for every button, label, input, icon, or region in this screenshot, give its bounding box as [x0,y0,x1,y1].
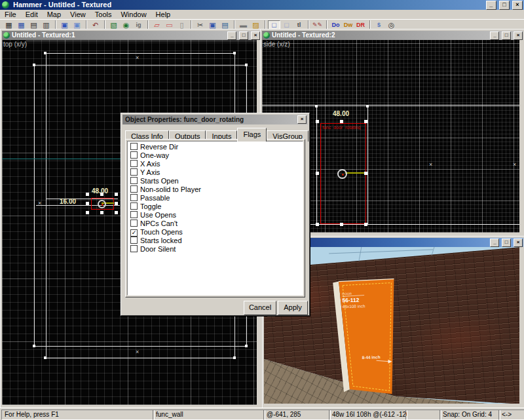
vp2-close-button[interactable]: × [514,31,523,40]
flag-row[interactable]: Non-solid to Player [129,185,303,194]
menu-help[interactable]: Help [151,10,176,19]
selection-handle[interactable] [86,193,89,196]
selection-handle[interactable] [115,202,118,205]
flag-row[interactable]: One-way [129,151,303,160]
selection-handle[interactable] [86,202,89,205]
vertex-handle[interactable] [44,356,47,359]
vertex-handle[interactable] [245,345,248,347]
menu-tools[interactable]: Tools [90,10,117,19]
viewport-top-titlebar[interactable]: Untitled - Textured:1 _ □ × [2,31,261,40]
toolbar-separator [55,20,56,29]
close-button[interactable]: × [512,1,523,10]
vp1-close-button[interactable]: × [251,31,260,40]
flag-row[interactable]: Use Opens [129,211,303,220]
vp3-close-button[interactable]: × [514,239,523,247]
entity-name-label: func_door_rotating [322,125,363,130]
flag-row[interactable]: NPCs Can't [129,220,303,228]
status-cursor-coords: @-641, 285 [263,410,331,420]
brush-line [26,41,257,41]
menu-window[interactable]: Window [116,10,151,19]
dialog-titlebar[interactable]: Object Properties: func_door_rotating × [122,115,308,124]
checkbox-unchecked-icon[interactable] [130,237,138,244]
vertex-handle[interactable] [33,64,35,66]
restore-button[interactable]: □ [499,1,510,10]
main-titlebar[interactable]: Hammer - Untitled - Textured _ □ × [0,0,524,10]
apply-button[interactable]: Apply [278,301,308,315]
vp1-minimize-button[interactable]: _ [227,31,236,40]
checkbox-unchecked-icon[interactable] [130,168,138,176]
flag-row[interactable]: Starts Open [129,177,303,185]
selection-handle[interactable] [115,193,118,196]
brush-line [367,105,368,224]
minimize-button[interactable]: _ [486,1,496,10]
selection-handle[interactable] [316,120,319,123]
vp1-maximize-button[interactable]: □ [239,31,248,40]
dialog-title: Object Properties: func_door_rotating [125,116,244,123]
brush-center-marker: × [136,349,139,355]
viewport-side-titlebar[interactable]: Untitled - Textured:2 _ □ × [262,31,523,40]
vp3-minimize-button[interactable]: _ [490,239,499,247]
cancel-button[interactable]: Cancel [244,301,276,315]
checkbox-unchecked-icon[interactable] [130,220,138,227]
flag-row[interactable]: Y Axis [129,168,303,177]
menu-file[interactable]: File [0,10,21,19]
checkbox-unchecked-icon[interactable] [130,143,138,150]
status-entity: func_wall [153,410,265,420]
vertex-handle[interactable] [233,52,236,54]
tab-flags[interactable]: Flags [237,128,267,142]
selection-handle[interactable] [316,172,319,175]
checkbox-unchecked-icon[interactable] [130,245,138,252]
checkbox-unchecked-icon[interactable] [130,194,138,201]
selection-handle[interactable] [364,172,367,175]
brush-line [45,358,234,358]
selection-handle[interactable] [100,193,103,196]
checkbox-unchecked-icon[interactable] [130,151,138,159]
selection-handle[interactable] [340,120,343,123]
flag-row[interactable]: Reverse Dir [129,143,303,151]
flags-listbox[interactable]: Reverse DirOne-wayX AxisY AxisStarts Ope… [127,141,303,296]
checkbox-unchecked-icon[interactable] [130,177,138,184]
flag-row[interactable]: Passable [129,194,303,202]
toolbar-separator [104,20,105,29]
flag-label: Toggle [140,202,161,210]
brush-line [34,346,246,347]
flag-label: Starts Open [140,177,179,185]
selection-handle[interactable] [364,223,367,226]
checkbox-unchecked-icon[interactable] [130,185,138,193]
menu-map[interactable]: Map [43,10,66,19]
vp2-minimize-button[interactable]: _ [490,31,499,40]
flag-row[interactable]: ✓Touch Opens [129,228,303,237]
vertex-handle[interactable] [245,64,248,66]
selection-handle[interactable] [100,211,103,214]
rotation-origin-handle[interactable] [337,169,347,179]
menu-edit[interactable]: Edit [21,10,43,19]
flag-row[interactable]: Toggle [129,202,303,211]
checkbox-unchecked-icon[interactable] [130,160,138,167]
vertex-handle[interactable] [33,345,35,347]
toolbar-separator [191,20,191,29]
checkbox-unchecked-icon[interactable] [130,211,138,218]
dialog-close-button[interactable]: × [297,115,307,124]
vertex-handle[interactable] [315,105,318,107]
status-bar: For Help, press F1 func_wall @-641, 285 … [0,408,524,420]
vp3-maximize-button[interactable]: □ [502,239,511,247]
toolbar-separator [369,20,370,29]
selection-handle[interactable] [86,211,89,214]
flag-label: NPCs Can't [140,220,178,227]
vertex-handle[interactable] [44,52,47,54]
vp2-maximize-button[interactable]: □ [502,31,511,40]
checkbox-unchecked-icon[interactable] [130,202,138,210]
selection-handle[interactable] [316,223,319,226]
flag-row[interactable]: Door Silent [129,245,303,254]
menu-view[interactable]: View [66,10,90,19]
selection-handle[interactable] [115,211,118,214]
vertex-handle[interactable] [233,356,236,359]
flag-row[interactable]: Starts locked [129,237,303,245]
vertex-handle[interactable] [366,105,369,107]
flag-row[interactable]: X Axis [129,160,303,168]
rotation-origin-handle[interactable] [98,200,106,208]
selection-handle[interactable] [364,120,367,123]
flag-label: Touch Opens [140,228,183,236]
checkbox-checked-icon[interactable]: ✓ [130,229,138,237]
selection-handle[interactable] [340,223,343,226]
